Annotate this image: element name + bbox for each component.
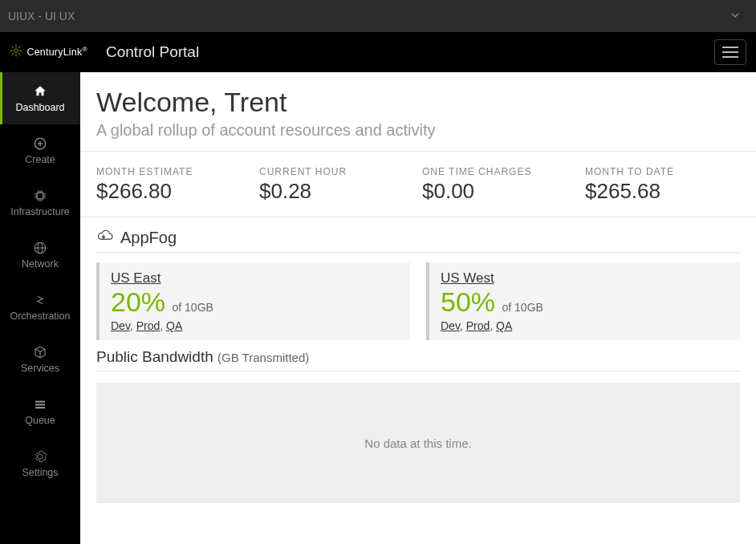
- region-env-list: Dev, Prod, QA: [441, 319, 729, 332]
- env-link-dev[interactable]: Dev: [111, 319, 130, 332]
- stat-value: $265.68: [585, 179, 740, 204]
- chip-icon: [33, 189, 47, 203]
- stat-value: $266.80: [96, 179, 251, 204]
- orchestration-icon: [33, 293, 47, 307]
- svg-rect-28: [35, 407, 45, 408]
- appfog-section: AppFog US East 20% of 10GB Dev, Prod, QA: [80, 217, 756, 511]
- bandwidth-chart-placeholder: No data at this time.: [96, 383, 740, 503]
- stat-month-estimate: MONTH ESTIMATE $266.80: [96, 166, 251, 204]
- section-title-text: AppFog: [120, 229, 177, 247]
- sidebar-item-label: Network: [22, 258, 59, 270]
- sidebar-item-create[interactable]: Create: [0, 124, 80, 177]
- sidebar-item-infrastructure[interactable]: Infrastructure: [0, 177, 80, 229]
- chevron-down-icon: [729, 9, 742, 24]
- sidebar-item-network[interactable]: Network: [0, 229, 80, 281]
- menu-toggle-button[interactable]: [714, 39, 746, 65]
- sidebar-item-label: Create: [25, 154, 55, 165]
- account-selector-bar[interactable]: UIUX - UI UX: [0, 0, 756, 32]
- stat-month-to-date: MONTH TO DATE $265.68: [585, 166, 740, 204]
- region-capacity: of 10GB: [502, 301, 543, 314]
- sidebar-nav: Dashboard Create Infrastructure Network …: [0, 72, 80, 544]
- page-title: Welcome, Trent: [96, 87, 740, 118]
- sidebar-item-services[interactable]: Services: [0, 333, 80, 385]
- portal-title: Control Portal: [106, 43, 199, 61]
- bandwidth-title-text: Public Bandwidth: [96, 348, 213, 365]
- region-percent: 50%: [441, 286, 495, 317]
- sidebar-item-queue[interactable]: Queue: [0, 385, 80, 437]
- account-label: UIUX - UI UX: [8, 10, 75, 22]
- stat-label: ONE TIME CHARGES: [422, 166, 577, 177]
- region-capacity: of 10GB: [173, 301, 213, 314]
- gear-icon: [33, 449, 47, 464]
- plus-circle-icon: [33, 136, 47, 151]
- svg-rect-26: [35, 400, 45, 402]
- env-link-dev[interactable]: Dev: [441, 319, 460, 332]
- sidebar-item-label: Services: [21, 363, 59, 374]
- sidebar-item-label: Queue: [25, 415, 55, 426]
- brand-name: CenturyLink®: [26, 46, 87, 58]
- region-cards-row: US East 20% of 10GB Dev, Prod, QA US Wes…: [96, 262, 740, 340]
- stat-label: MONTH TO DATE: [585, 166, 740, 177]
- sidebar-item-label: Infrastructure: [10, 206, 70, 217]
- svg-point-0: [14, 49, 18, 53]
- page-subtitle: A global rollup of account resources and…: [96, 121, 740, 140]
- region-env-list: Dev, Prod, QA: [111, 319, 399, 332]
- centurylink-logo-icon: [9, 43, 23, 61]
- region-link[interactable]: US West: [441, 270, 494, 286]
- env-link-qa[interactable]: QA: [496, 319, 512, 332]
- svg-line-5: [12, 46, 14, 48]
- sidebar-item-label: Dashboard: [15, 102, 64, 113]
- svg-rect-10: [37, 193, 43, 199]
- sidebar-item-label: Orchestration: [10, 311, 70, 322]
- stat-one-time-charges: ONE TIME CHARGES $0.00: [422, 166, 577, 204]
- region-percent: 20%: [111, 286, 165, 317]
- home-icon: [33, 84, 47, 99]
- cube-icon: [33, 345, 47, 359]
- main-content: Welcome, Trent A global rollup of accoun…: [80, 72, 756, 544]
- no-data-message: No data at this time.: [364, 436, 471, 450]
- region-card-us-west: US West 50% of 10GB Dev, Prod, QA: [426, 262, 740, 340]
- stat-current-hour: CURRENT HOUR $0.28: [259, 166, 414, 204]
- welcome-block: Welcome, Trent A global rollup of accoun…: [80, 72, 756, 152]
- brand-logo[interactable]: CenturyLink®: [0, 43, 96, 61]
- bandwidth-section-title: Public Bandwidth (GB Transmitted): [96, 348, 740, 371]
- env-link-prod[interactable]: Prod: [136, 319, 161, 332]
- svg-rect-27: [35, 404, 45, 405]
- sidebar-item-orchestration[interactable]: Orchestration: [0, 281, 80, 333]
- sidebar-item-dashboard[interactable]: Dashboard: [0, 72, 80, 124]
- bandwidth-unit: (GB Transmitted): [217, 351, 309, 364]
- stat-label: MONTH ESTIMATE: [96, 166, 251, 177]
- region-link[interactable]: US East: [111, 270, 161, 286]
- header-bar: CenturyLink® Control Portal: [0, 32, 756, 72]
- stat-value: $0.28: [259, 179, 414, 204]
- svg-line-6: [18, 53, 21, 55]
- cloud-icon: [96, 229, 114, 247]
- svg-line-7: [12, 53, 14, 55]
- env-link-prod[interactable]: Prod: [466, 319, 490, 332]
- globe-icon: [33, 241, 47, 255]
- queue-icon: [33, 397, 47, 412]
- region-card-us-east: US East 20% of 10GB Dev, Prod, QA: [96, 262, 410, 340]
- env-link-qa[interactable]: QA: [166, 319, 182, 332]
- svg-line-8: [18, 46, 21, 48]
- cost-stats-row: MONTH ESTIMATE $266.80 CURRENT HOUR $0.2…: [80, 152, 756, 217]
- stat-label: CURRENT HOUR: [259, 166, 414, 177]
- sidebar-item-label: Settings: [22, 467, 58, 478]
- appfog-section-title: AppFog: [96, 229, 740, 253]
- stat-value: $0.00: [422, 179, 577, 204]
- sidebar-item-settings[interactable]: Settings: [0, 437, 80, 489]
